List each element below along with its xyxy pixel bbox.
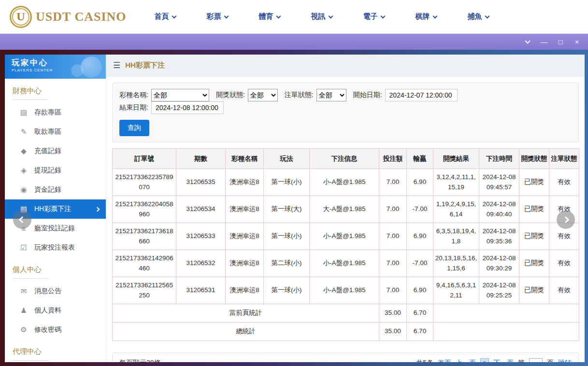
cell-amount: 7.00: [379, 196, 407, 223]
cell-order: 2152173362112565250: [113, 277, 176, 304]
filter-row: 彩種名稱: 全部 開獎狀態: 全部 注單狀態: 全部 開始日期:: [119, 89, 572, 114]
sidebar-item-announcements[interactable]: ✉消息公告: [5, 282, 106, 301]
cell-period: 31206532: [176, 250, 226, 277]
chevron-right-icon: [562, 216, 569, 223]
cell-lottery: 澳洲幸运8: [226, 223, 264, 250]
jump-label-suffix: 页: [547, 359, 554, 362]
summary-empty: [433, 304, 579, 323]
cell-play: 第二球(小): [264, 250, 310, 277]
sidebar-item-withdraw-zone[interactable]: ✎取款專區: [5, 122, 106, 141]
cell-bet_info: 小-A盤@1.985: [310, 169, 379, 196]
cell-win_loss: -7.00: [407, 196, 433, 223]
cell-bet_info: 小-A盤@1.985: [310, 223, 379, 250]
cell-lottery: 澳洲幸运8: [226, 250, 264, 277]
search-button[interactable]: 查詢: [119, 120, 149, 136]
sidebar-item-profile[interactable]: ♟個人資料: [5, 301, 106, 320]
cell-period: 31206534: [176, 196, 226, 223]
window-titlebar: — □ ×: [0, 34, 588, 50]
close-button[interactable]: ×: [574, 39, 580, 45]
bet-status-label: 注單狀態:: [285, 91, 314, 99]
sidebar-item-funds-record[interactable]: ◉資金記錄: [5, 180, 106, 199]
nav-item-5[interactable]: 電子: [363, 12, 385, 21]
logo[interactable]: U USDT CASINO: [10, 6, 127, 28]
column-header: 玩法: [264, 149, 310, 169]
sidebar-item-change-password[interactable]: ⚙修改密碼: [5, 320, 106, 339]
minimize-button[interactable]: —: [541, 39, 547, 45]
jump-button[interactable]: 跳转: [558, 359, 572, 362]
sidebar-item-label: HH彩票下注: [34, 205, 71, 213]
cell-play: 第一球(大): [264, 196, 310, 223]
nav-item-7[interactable]: 捕魚: [468, 12, 489, 21]
cell-win_loss: 6.90: [407, 223, 433, 250]
cell-draw_status: 已開獎: [519, 250, 549, 277]
bet-status-select[interactable]: 全部: [316, 89, 346, 101]
cell-win_loss: -7.00: [407, 250, 433, 277]
start-date-input[interactable]: [385, 89, 458, 101]
nav-item-3[interactable]: 體育: [259, 12, 280, 21]
summary-row: 當前頁統計35.006.70: [113, 304, 579, 323]
nav-item-4[interactable]: 視訊: [311, 12, 332, 21]
prev-page-link[interactable]: 上一页: [456, 359, 476, 362]
nav-item-1[interactable]: 首頁: [155, 12, 176, 21]
draw-status-select[interactable]: 全部: [248, 89, 278, 101]
cell-result: 20,13,18,5,16,1,15,6: [433, 250, 479, 277]
sidebar-header: 玩家中心 PLAYERS CENTER: [5, 55, 106, 79]
menu-icon[interactable]: ☰: [113, 60, 120, 70]
end-date-input[interactable]: [151, 101, 224, 114]
bet-status-filter: 注單狀態: 全部: [285, 89, 346, 101]
sidebar-item-deposit-zone[interactable]: ▤存款專區: [5, 103, 106, 122]
chevron-down-icon: [172, 14, 176, 18]
cell-amount: 7.00: [379, 250, 407, 277]
maximize-button[interactable]: □: [557, 39, 564, 45]
column-header: 彩種名稱: [226, 149, 264, 169]
end-date-label: 結束日期:: [119, 103, 148, 112]
cell-draw_status: 已開獎: [519, 223, 549, 250]
sidebar-item-label: 消息公告: [34, 287, 61, 296]
sidebar-section-title: 個人中心: [5, 257, 106, 282]
current-page[interactable]: 1: [480, 358, 489, 362]
page-size-text: 每頁顯示20條: [119, 359, 161, 362]
sidebar-item-player-bet-report[interactable]: ☑玩家投注報表: [5, 238, 106, 257]
withdraw-zone-icon: ✎: [19, 127, 28, 136]
first-page-link[interactable]: 首页: [438, 359, 451, 362]
lottery-name-select[interactable]: 全部: [151, 89, 209, 101]
cell-amount: 7.00: [379, 169, 407, 196]
cell-play: 第一球(小): [264, 277, 310, 304]
chevron-down-icon: [224, 14, 229, 18]
summary-winloss: 6.70: [407, 304, 433, 323]
cell-play: 第一球(小): [264, 169, 310, 196]
nav-item-label: 彩票: [207, 12, 221, 21]
collapse-button[interactable]: [524, 41, 531, 43]
nav-item-2[interactable]: 彩票: [207, 12, 228, 21]
sidebar-item-label: 修改密碼: [34, 325, 61, 334]
column-header: 開獎狀態: [519, 149, 549, 169]
summary-empty: [433, 323, 579, 341]
sidebar-item-recharge-record[interactable]: ◆充值記錄: [5, 141, 106, 161]
start-date-label: 開始日期:: [353, 91, 382, 99]
cell-order: 2152173362204058960: [113, 196, 176, 223]
page-jump-input[interactable]: [529, 358, 543, 363]
cell-bet_info: 小-A盤@1.985: [310, 250, 379, 277]
announcements-icon: ✉: [19, 287, 28, 296]
deposit-zone-icon: ▤: [19, 108, 28, 117]
cell-time: 2024-12-08 09:40:40: [479, 196, 519, 223]
summary-label: 當前頁統計: [113, 304, 379, 323]
chevron-down-icon: [276, 14, 281, 18]
table-row: 215217336217361866031206533澳洲幸运8第一球(小)小-…: [113, 223, 579, 250]
chevron-down-icon: [432, 14, 437, 18]
sidebar-item-withdrawal-record[interactable]: ◈提現記錄: [5, 161, 106, 180]
sidebar-item-label: 玩家投注報表: [34, 243, 75, 252]
nav-item-label: 首頁: [155, 12, 169, 21]
next-page-link[interactable]: 下一页: [493, 359, 514, 362]
summary-amount: 35.00: [379, 323, 407, 341]
sidebar-item-label: 存款專區: [34, 108, 61, 117]
carousel-left-arrow[interactable]: [13, 211, 31, 229]
cell-play: 第一球(小): [264, 223, 310, 250]
column-header: 輸贏: [407, 149, 433, 169]
logo-text: USDT CASINO: [36, 10, 127, 24]
sidebar-item-label: 資金記錄: [34, 185, 61, 194]
carousel-right-arrow[interactable]: [557, 211, 575, 229]
sidebar-section-title: 代理中心: [5, 339, 106, 362]
nav-item-6[interactable]: 棋牌: [416, 12, 437, 21]
table-row: 215217336211256525031206531澳洲幸运8第一球(小)小-…: [113, 277, 579, 304]
